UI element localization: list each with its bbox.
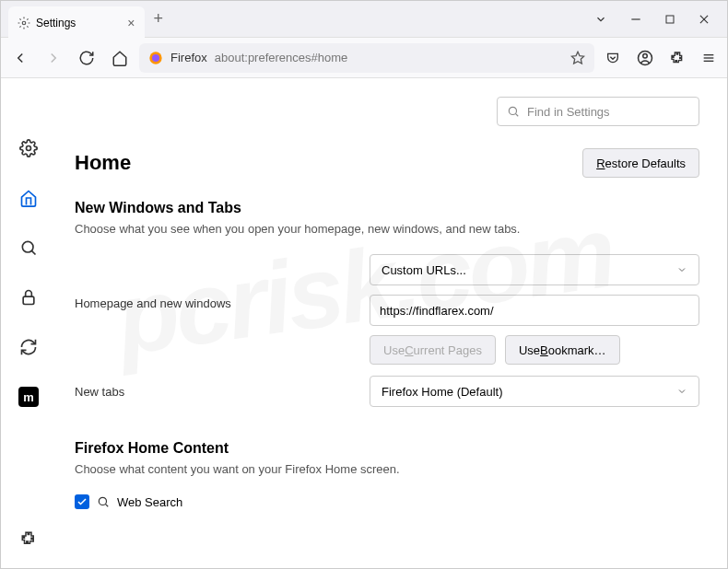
use-current-pages-button[interactable]: Use Current Pages — [370, 335, 496, 365]
sidebar-privacy[interactable] — [14, 283, 43, 312]
window-minimize-button[interactable] — [629, 13, 642, 26]
lock-icon — [19, 288, 38, 307]
svg-marker-7 — [571, 52, 583, 64]
svg-point-14 — [22, 241, 33, 252]
sidebar-sync[interactable] — [14, 332, 43, 362]
newtabs-select[interactable]: Firefox Home (Default) — [370, 376, 699, 407]
restore-defaults-button[interactable]: Restore Defaults — [582, 148, 699, 178]
svg-line-15 — [31, 250, 35, 254]
window-close-button[interactable] — [698, 13, 710, 26]
url-text: about:preferences#home — [215, 51, 348, 64]
svg-rect-16 — [23, 296, 34, 304]
gear-icon — [19, 139, 38, 157]
check-icon — [76, 496, 88, 507]
section-new-windows-title: New Windows and Tabs — [75, 200, 699, 216]
sidebar-more[interactable]: m — [14, 382, 43, 412]
extensions-icon[interactable] — [670, 51, 685, 65]
new-tab-button[interactable]: + — [154, 9, 164, 29]
homepage-label: Homepage and new windows — [75, 254, 370, 310]
newtabs-select-value: Firefox Home (Default) — [382, 385, 502, 399]
web-search-checkbox[interactable] — [75, 494, 89, 509]
sidebar-general[interactable] — [14, 134, 43, 163]
sync-icon — [19, 338, 38, 356]
settings-search-input[interactable]: Find in Settings — [497, 97, 699, 126]
homepage-select[interactable]: Custom URLs... — [370, 254, 699, 285]
window-maximize-button[interactable] — [664, 14, 675, 25]
sidebar-home[interactable] — [14, 183, 43, 213]
svg-point-6 — [152, 54, 159, 62]
urlbar-context: Firefox — [170, 51, 207, 64]
main-content: Find in Settings Home Restore Defaults N… — [56, 78, 727, 568]
chevron-down-icon — [676, 386, 687, 397]
section-home-content-desc: Choose what content you want on your Fir… — [75, 462, 699, 476]
chevron-down-icon — [676, 264, 687, 275]
homepage-url-input[interactable] — [370, 295, 699, 326]
menu-icon[interactable] — [701, 51, 716, 65]
home-button[interactable] — [112, 50, 128, 66]
window-dropdown-icon[interactable] — [594, 13, 607, 26]
search-placeholder: Find in Settings — [527, 105, 610, 119]
reload-button[interactable] — [78, 50, 95, 66]
gear-icon — [18, 17, 30, 29]
sidebar-search[interactable] — [14, 233, 43, 262]
svg-point-17 — [509, 107, 516, 114]
page-title: Home — [75, 151, 131, 175]
bookmark-star-icon[interactable] — [570, 51, 585, 65]
search-icon — [19, 238, 38, 257]
toolbar: Firefox about:preferences#home — [1, 38, 727, 78]
svg-line-18 — [515, 113, 518, 116]
tab-settings[interactable]: Settings × — [8, 6, 145, 40]
svg-point-13 — [27, 146, 31, 151]
mozilla-icon: m — [18, 387, 39, 407]
settings-sidebar: m — [1, 78, 56, 568]
svg-line-20 — [105, 504, 108, 506]
account-icon[interactable] — [637, 50, 653, 66]
pocket-icon[interactable] — [605, 51, 620, 65]
svg-rect-2 — [666, 16, 674, 23]
homepage-select-value: Custom URLs... — [382, 263, 466, 277]
tab-close-button[interactable]: × — [127, 16, 135, 30]
firefox-icon — [148, 51, 163, 65]
section-new-windows-desc: Choose what you see when you open your h… — [75, 222, 699, 236]
search-icon — [97, 495, 110, 508]
tab-title: Settings — [36, 17, 76, 29]
svg-point-0 — [22, 21, 26, 25]
sidebar-extensions[interactable] — [14, 524, 43, 553]
web-search-label: Web Search — [117, 495, 182, 509]
svg-point-19 — [99, 497, 106, 505]
forward-button[interactable] — [45, 50, 62, 66]
svg-point-9 — [643, 53, 648, 58]
search-icon — [507, 105, 520, 118]
home-icon — [19, 189, 38, 207]
puzzle-icon — [20, 530, 37, 547]
newtabs-label: New tabs — [75, 385, 370, 399]
back-button[interactable] — [12, 50, 29, 66]
url-bar[interactable]: Firefox about:preferences#home — [139, 43, 594, 73]
section-home-content-title: Firefox Home Content — [75, 440, 699, 457]
use-bookmark-button[interactable]: Use Bookmark… — [505, 335, 620, 365]
titlebar: Settings × + — [1, 1, 727, 38]
